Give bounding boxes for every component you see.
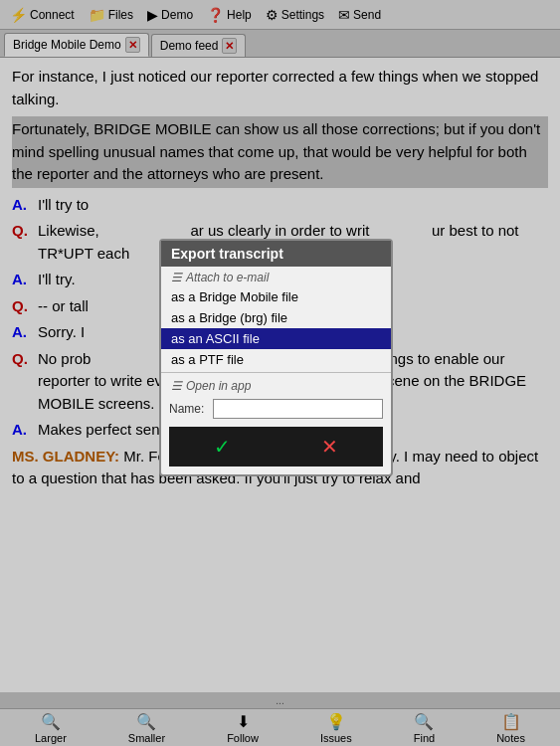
modal-cancel-button[interactable]: ✕ <box>277 427 384 466</box>
x-icon: ✕ <box>321 435 338 459</box>
export-modal: Export transcript ☰Attach to e-mail as a… <box>159 239 393 476</box>
modal-ok-button[interactable]: ✓ <box>169 427 277 466</box>
modal-item-ptf-label: as a PTF file <box>171 352 244 367</box>
modal-item-bridge-mobile[interactable]: as a Bridge Mobile file <box>161 286 391 307</box>
modal-buttons: ✓ ✕ <box>169 427 383 466</box>
modal-item-bridge-brg-label: as a Bridge (brg) file <box>171 310 287 325</box>
check-icon: ✓ <box>214 435 231 459</box>
modal-item-bridge-brg[interactable]: as a Bridge (brg) file <box>161 307 391 328</box>
modal-item-ascii-label: as an ASCII file <box>171 331 260 346</box>
modal-title: Export transcript <box>161 241 391 267</box>
modal-overlay[interactable]: Export transcript ☰Attach to e-mail as a… <box>0 0 560 746</box>
modal-item-ascii[interactable]: as an ASCII file <box>161 328 391 349</box>
modal-name-label: Name: <box>169 402 209 416</box>
modal-name-row: Name: <box>161 395 391 423</box>
modal-section-attach: ☰Attach to e-mail <box>161 267 391 286</box>
modal-item-bridge-mobile-label: as a Bridge Mobile file <box>171 289 298 304</box>
modal-section-open: ☰Open in app <box>161 375 391 395</box>
modal-name-input[interactable] <box>213 399 383 419</box>
modal-item-ptf[interactable]: as a PTF file <box>161 349 391 370</box>
